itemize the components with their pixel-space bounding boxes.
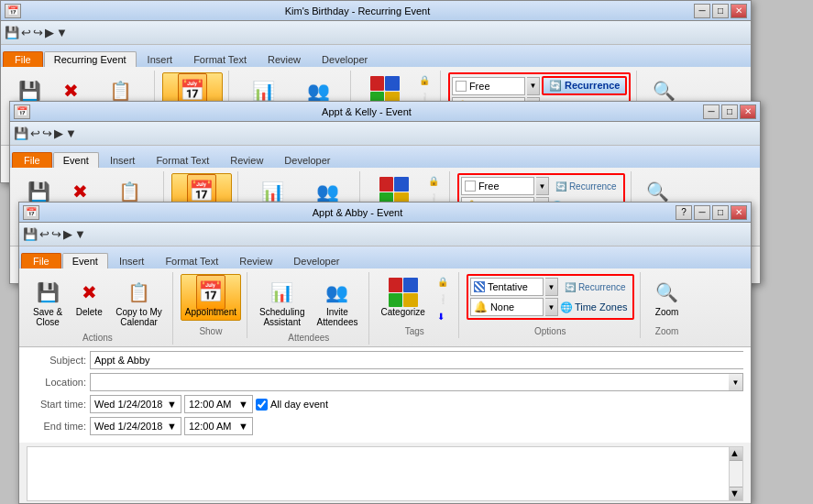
win3-ribbon-tabs: File Event Insert Format Text Review Dev… [19, 247, 751, 268]
win3-zoom-group-label: Zoom [655, 326, 679, 336]
win3-location-arrow[interactable]: ▼ [729, 373, 743, 391]
win2-tab-insert[interactable]: Insert [100, 152, 146, 168]
win3-tab-format-text[interactable]: Format Text [155, 253, 228, 268]
win3-save-icon[interactable]: 💾 [23, 227, 38, 241]
win2-tab-format-text[interactable]: Format Text [146, 152, 219, 168]
win2-close[interactable]: ✕ [740, 104, 756, 119]
win3-start-date-arrow: ▼ [167, 399, 177, 410]
win1-redo-icon[interactable]: ↪ [33, 26, 43, 39]
win1-forward-icon[interactable]: ▶ [45, 26, 54, 39]
title-bar-win3: 📅 Appt & Abby - Event ? ─ □ ✕ [19, 203, 751, 223]
win2-forward-icon[interactable]: ▶ [54, 126, 63, 140]
win3-group-show: 📅 Appointment Show [175, 272, 247, 338]
win3-body-area[interactable]: ▲ ▼ [27, 446, 743, 501]
win2-minimize[interactable]: ─ [703, 104, 720, 119]
win1-tab-recurring-event[interactable]: Recurring Event [44, 51, 137, 67]
win3-delete-btn[interactable]: ✖ Delete [70, 274, 108, 321]
win1-tab-developer[interactable]: Developer [312, 51, 378, 67]
win1-tab-file[interactable]: File [3, 51, 43, 67]
win3-copy-label: Copy to My Calendar [115, 307, 162, 327]
win3-tab-event[interactable]: Event [62, 253, 108, 268]
win1-minimize[interactable]: ─ [694, 4, 710, 18]
win3-private-btn[interactable]: 🔒 [433, 274, 453, 290]
win2-tab-file[interactable]: File [12, 152, 52, 168]
win3-zoom-btn[interactable]: 🔍 Zoom [648, 274, 687, 321]
win3-copy-calendar-btn[interactable]: 📋 Copy to My Calendar [111, 274, 167, 331]
win3-close[interactable]: ✕ [731, 205, 747, 220]
win3-tab-insert[interactable]: Insert [109, 253, 155, 268]
win3-start-time-value: 12:00 AM [189, 399, 231, 410]
win1-tab-review[interactable]: Review [258, 51, 311, 67]
win2-tab-review[interactable]: Review [220, 152, 273, 168]
win3-allday-checkbox[interactable] [256, 399, 268, 411]
win2-undo-icon[interactable]: ↩ [30, 126, 40, 140]
win3-reminder-dropdown[interactable]: 🔔 None [470, 298, 544, 316]
win3-redo-icon[interactable]: ↪ [51, 227, 61, 241]
win3-high-importance-btn[interactable]: ❕ [433, 291, 453, 307]
win2-save-icon[interactable]: 💾 [14, 126, 28, 140]
win2-lock-icon: 🔒 [428, 176, 439, 186]
win3-scroll-down[interactable]: ▼ [730, 487, 742, 500]
win3-tab-developer[interactable]: Developer [283, 253, 349, 268]
win3-status-arrow[interactable]: ▼ [545, 278, 558, 296]
win2-dropdown-icon[interactable]: ▼ [65, 126, 77, 140]
win3-scrollbar[interactable]: ▲ ▼ [729, 447, 742, 500]
win3-end-datetime: Wed 1/24/2018 ▼ 12:00 AM ▼ [90, 417, 253, 435]
win3-invite-btn[interactable]: 👥 Invite Attendees [312, 274, 362, 331]
win2-status-dropdown[interactable]: Free [461, 177, 534, 195]
win3-undo-icon[interactable]: ↩ [39, 227, 49, 241]
win2-toolbar: 💾 ↩ ↪ ▶ ▼ [10, 122, 760, 146]
win3-subject-input[interactable] [90, 351, 743, 369]
win3-schedule-icon: 📊 [268, 278, 297, 307]
win3-dropdown-icon[interactable]: ▼ [74, 227, 86, 241]
win1-status-arrow[interactable]: ▼ [527, 77, 540, 95]
win1-status-dropdown[interactable]: Free [452, 77, 525, 95]
win3-tab-file[interactable]: File [21, 253, 61, 268]
win3-reminder-arrow[interactable]: ▼ [545, 298, 558, 316]
win2-redo-icon[interactable]: ↪ [42, 126, 52, 140]
win1-tab-format-text[interactable]: Format Text [183, 51, 257, 67]
win2-recurrence-btn[interactable]: 🔄 Recurrence [551, 179, 621, 194]
win3-schedule-label: Scheduling Assistant [259, 307, 304, 327]
win3-scheduling-btn[interactable]: 📊 Scheduling Assistant [255, 274, 309, 331]
win1-undo-icon[interactable]: ↩ [21, 26, 31, 39]
win1-private-btn[interactable]: 🔒 [414, 72, 434, 88]
win3-help[interactable]: ? [676, 205, 692, 220]
win1-tab-insert[interactable]: Insert [137, 51, 183, 67]
win3-tab-review[interactable]: Review [229, 253, 282, 268]
win3-low-importance-btn[interactable]: ⬇ [433, 309, 449, 324]
win2-tab-developer[interactable]: Developer [274, 152, 340, 168]
win3-end-date-picker[interactable]: Wed 1/24/2018 ▼ [90, 417, 181, 435]
win3-start-date-picker[interactable]: Wed 1/24/2018 ▼ [90, 395, 181, 413]
win2-tab-event[interactable]: Event [53, 152, 99, 168]
win3-minimize[interactable]: ─ [694, 205, 710, 220]
win3-allday-label: All day event [270, 399, 328, 410]
win2-private-btn[interactable]: 🔒 [423, 173, 444, 189]
win1-recurrence-btn[interactable]: 🔄 Recurrence [542, 76, 628, 95]
win3-maximize[interactable]: □ [712, 205, 729, 220]
win3-actions-label: Actions [82, 333, 113, 343]
win1-maximize[interactable]: □ [712, 4, 729, 18]
win3-reminder-value: None [490, 301, 514, 312]
win3-appt-label: Appointment [185, 307, 236, 317]
win3-invite-label: Invite Attendees [316, 307, 357, 327]
win1-close[interactable]: ✕ [731, 4, 747, 18]
win3-start-time-picker[interactable]: 12:00 AM ▼ [184, 395, 253, 413]
win2-maximize[interactable]: □ [721, 104, 738, 119]
win3-status-dropdown[interactable]: Tentative [470, 278, 544, 296]
win3-categorize-btn[interactable]: Categorize [377, 274, 430, 321]
win3-recurrence-btn[interactable]: 🔄 Recurrence [560, 279, 631, 295]
win1-dropdown-icon[interactable]: ▼ [56, 26, 68, 39]
win3-save-close-btn[interactable]: 💾 Save & Close [28, 274, 67, 331]
window-appt-abby[interactable]: 📅 Appt & Abby - Event ? ─ □ ✕ 💾 ↩ ↪ ▶ ▼ … [18, 202, 752, 504]
win3-appointment-btn[interactable]: 📅 Appointment [181, 274, 241, 321]
win3-scroll-up[interactable]: ▲ [730, 447, 742, 461]
win3-end-time-picker[interactable]: 12:00 AM ▼ [184, 417, 253, 435]
win3-categorize-icon [389, 278, 418, 307]
win2-status-arrow[interactable]: ▼ [536, 177, 549, 195]
win1-save-icon[interactable]: 💾 [5, 26, 19, 39]
win3-location-input[interactable] [90, 373, 729, 391]
win3-timezones-btn[interactable]: 🌐 Time Zones [560, 301, 628, 313]
win3-lock-icon: 🔒 [437, 277, 448, 287]
win3-forward-icon[interactable]: ▶ [63, 227, 72, 241]
